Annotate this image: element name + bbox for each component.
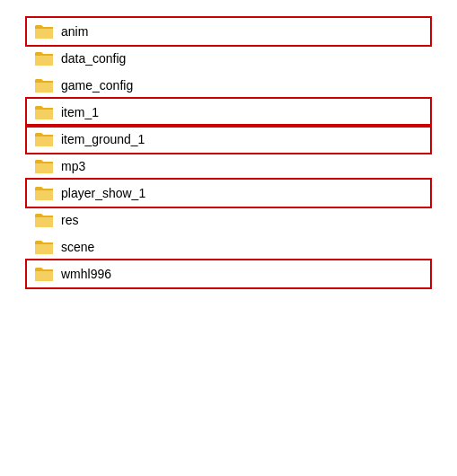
folder-icon	[34, 77, 54, 93]
folder-icon	[34, 50, 54, 66]
folder-icon	[34, 185, 54, 201]
file-name-label: anim	[61, 24, 88, 39]
file-name-label: wmhl996	[61, 267, 111, 281]
list-item[interactable]: mp3	[27, 153, 430, 180]
file-name-label: mp3	[61, 159, 85, 173]
list-item[interactable]: game_config	[27, 72, 430, 99]
file-name-label: game_config	[61, 78, 133, 93]
list-item[interactable]: res	[27, 207, 430, 234]
folder-icon	[34, 131, 54, 147]
file-name-label: item_ground_1	[61, 132, 145, 146]
list-item[interactable]: item_ground_1	[27, 126, 430, 153]
file-name-label: res	[61, 213, 78, 227]
file-list: anim data_config game_config item_1	[0, 0, 457, 305]
file-name-label: item_1	[61, 105, 99, 119]
list-item[interactable]: data_config	[27, 45, 430, 72]
folder-icon	[34, 239, 54, 255]
file-name-label: scene	[61, 240, 94, 254]
folder-icon	[34, 266, 54, 282]
list-item[interactable]: player_show_1	[27, 180, 430, 207]
list-item[interactable]: anim	[27, 18, 430, 45]
list-item[interactable]: wmhl996	[27, 260, 430, 287]
folder-icon	[34, 212, 54, 228]
folder-icon	[34, 158, 54, 174]
list-item[interactable]: item_1	[27, 99, 430, 126]
folder-icon	[34, 104, 54, 120]
file-name-label: player_show_1	[61, 186, 145, 200]
folder-icon	[34, 23, 54, 40]
list-item[interactable]: scene	[27, 234, 430, 260]
file-name-label: data_config	[61, 51, 126, 66]
